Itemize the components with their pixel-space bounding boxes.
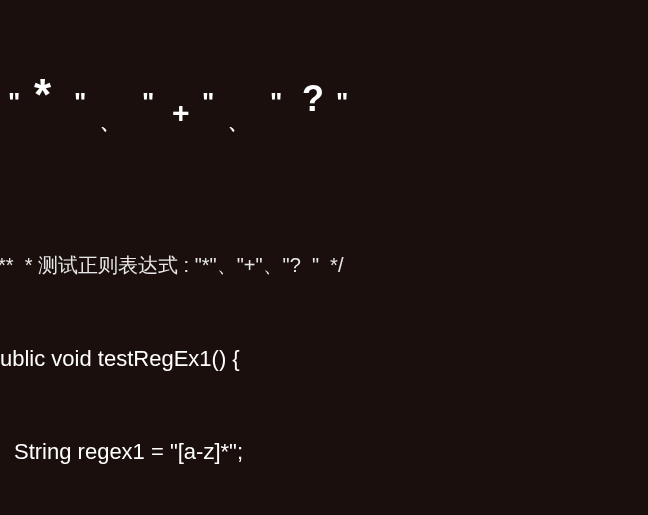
code-line-regex1: String regex1 = "[a-z]*";: [0, 436, 648, 467]
plus-icon: +: [172, 97, 190, 128]
code-snippet-container: " * " 、 " + " 、 " ? " ** * 测试正则表达式 : "*"…: [0, 0, 648, 515]
quote-char: ": [336, 87, 348, 118]
quote-char: ": [8, 87, 20, 118]
title-regex-symbols: " * " 、 " + " 、 " ? ": [0, 93, 648, 135]
asterisk-icon: *: [34, 79, 51, 110]
code-comment: ** * 测试正则表达式 : "*"、"+"、"? " */: [0, 250, 648, 281]
question-icon: ?: [302, 83, 324, 114]
quote-char: ": [270, 87, 282, 118]
quote-char: ": [202, 87, 214, 118]
separator: 、: [228, 107, 248, 138]
separator: 、: [100, 107, 120, 138]
quote-char: ": [74, 87, 86, 118]
quote-char: ": [142, 87, 154, 118]
code-line-method-sig: ublic void testRegEx1() {: [0, 343, 648, 374]
